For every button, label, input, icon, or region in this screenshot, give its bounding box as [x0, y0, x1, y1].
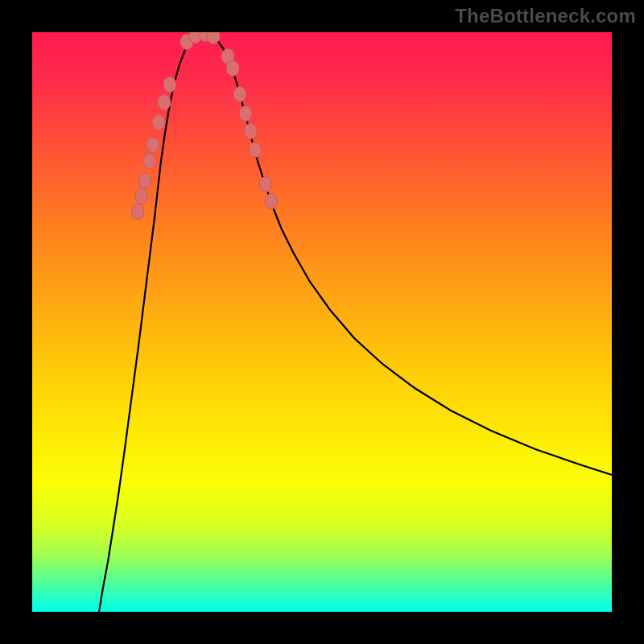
data-marker	[207, 32, 220, 44]
data-marker	[135, 188, 148, 204]
data-marker	[249, 142, 262, 157]
data-marker	[158, 94, 171, 109]
data-marker	[226, 60, 239, 76]
chart-svg	[32, 32, 612, 612]
chart-frame: TheBottleneck.com	[0, 0, 644, 644]
data-marker	[138, 173, 151, 188]
data-marker	[239, 105, 252, 121]
markers-group	[131, 32, 278, 220]
data-marker	[244, 123, 257, 138]
data-marker	[147, 137, 159, 152]
data-marker	[265, 193, 278, 208]
data-marker	[163, 76, 176, 92]
data-marker	[259, 176, 272, 192]
data-marker	[233, 86, 246, 101]
right-curve	[205, 34, 612, 475]
data-marker	[143, 153, 156, 168]
data-marker	[152, 114, 165, 130]
watermark-text: TheBottleneck.com	[455, 5, 636, 27]
data-marker	[131, 204, 144, 219]
